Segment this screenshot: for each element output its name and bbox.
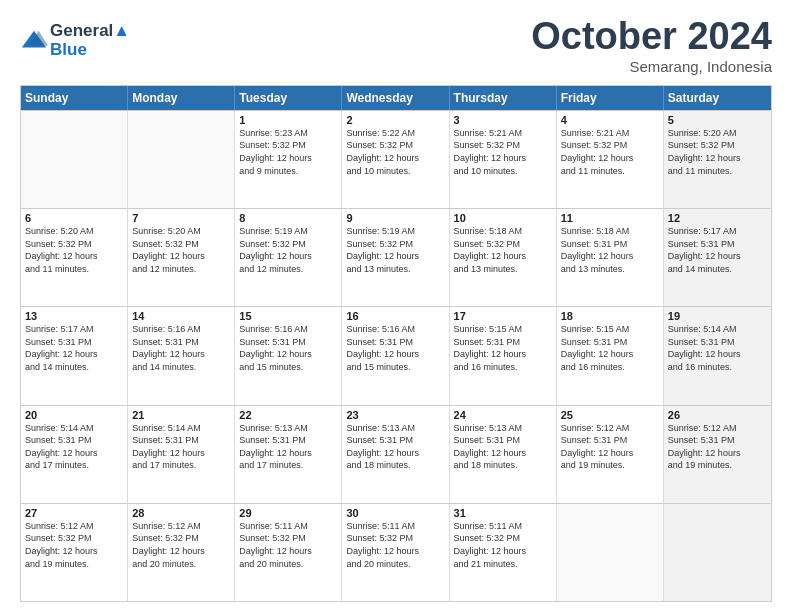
cell-info: Sunrise: 5:12 AM Sunset: 5:31 PM Dayligh… (668, 422, 767, 472)
cell-info: Sunrise: 5:13 AM Sunset: 5:31 PM Dayligh… (239, 422, 337, 472)
calendar-cell: 16Sunrise: 5:16 AM Sunset: 5:31 PM Dayli… (342, 307, 449, 404)
calendar-header-cell: Sunday (21, 86, 128, 110)
cell-info: Sunrise: 5:21 AM Sunset: 5:32 PM Dayligh… (454, 127, 552, 177)
calendar-cell (128, 111, 235, 208)
calendar-cell: 13Sunrise: 5:17 AM Sunset: 5:31 PM Dayli… (21, 307, 128, 404)
day-number: 29 (239, 507, 337, 519)
day-number: 22 (239, 409, 337, 421)
calendar-cell: 11Sunrise: 5:18 AM Sunset: 5:31 PM Dayli… (557, 209, 664, 306)
calendar-header-cell: Thursday (450, 86, 557, 110)
cell-info: Sunrise: 5:20 AM Sunset: 5:32 PM Dayligh… (668, 127, 767, 177)
calendar-cell: 1Sunrise: 5:23 AM Sunset: 5:32 PM Daylig… (235, 111, 342, 208)
calendar-cell: 17Sunrise: 5:15 AM Sunset: 5:31 PM Dayli… (450, 307, 557, 404)
logo-icon (20, 27, 48, 55)
cell-info: Sunrise: 5:14 AM Sunset: 5:31 PM Dayligh… (132, 422, 230, 472)
header: General▲ Blue October 2024 Semarang, Ind… (20, 16, 772, 75)
calendar-cell: 26Sunrise: 5:12 AM Sunset: 5:31 PM Dayli… (664, 406, 771, 503)
day-number: 31 (454, 507, 552, 519)
calendar-cell: 5Sunrise: 5:20 AM Sunset: 5:32 PM Daylig… (664, 111, 771, 208)
calendar-cell: 28Sunrise: 5:12 AM Sunset: 5:32 PM Dayli… (128, 504, 235, 601)
cell-info: Sunrise: 5:11 AM Sunset: 5:32 PM Dayligh… (239, 520, 337, 570)
calendar-cell: 31Sunrise: 5:11 AM Sunset: 5:32 PM Dayli… (450, 504, 557, 601)
day-number: 11 (561, 212, 659, 224)
cell-info: Sunrise: 5:16 AM Sunset: 5:31 PM Dayligh… (239, 323, 337, 373)
calendar-cell: 6Sunrise: 5:20 AM Sunset: 5:32 PM Daylig… (21, 209, 128, 306)
day-number: 21 (132, 409, 230, 421)
logo-text-line1: General▲ (50, 22, 130, 41)
calendar-cell: 3Sunrise: 5:21 AM Sunset: 5:32 PM Daylig… (450, 111, 557, 208)
calendar-week-row: 1Sunrise: 5:23 AM Sunset: 5:32 PM Daylig… (21, 110, 771, 208)
calendar-cell: 19Sunrise: 5:14 AM Sunset: 5:31 PM Dayli… (664, 307, 771, 404)
page: General▲ Blue October 2024 Semarang, Ind… (0, 0, 792, 612)
day-number: 27 (25, 507, 123, 519)
cell-info: Sunrise: 5:17 AM Sunset: 5:31 PM Dayligh… (25, 323, 123, 373)
calendar-cell: 4Sunrise: 5:21 AM Sunset: 5:32 PM Daylig… (557, 111, 664, 208)
day-number: 12 (668, 212, 767, 224)
calendar-cell: 12Sunrise: 5:17 AM Sunset: 5:31 PM Dayli… (664, 209, 771, 306)
calendar-cell: 18Sunrise: 5:15 AM Sunset: 5:31 PM Dayli… (557, 307, 664, 404)
cell-info: Sunrise: 5:11 AM Sunset: 5:32 PM Dayligh… (346, 520, 444, 570)
cell-info: Sunrise: 5:18 AM Sunset: 5:31 PM Dayligh… (561, 225, 659, 275)
cell-info: Sunrise: 5:17 AM Sunset: 5:31 PM Dayligh… (668, 225, 767, 275)
cell-info: Sunrise: 5:22 AM Sunset: 5:32 PM Dayligh… (346, 127, 444, 177)
day-number: 9 (346, 212, 444, 224)
month-title: October 2024 (531, 16, 772, 58)
day-number: 7 (132, 212, 230, 224)
calendar-header-cell: Wednesday (342, 86, 449, 110)
day-number: 14 (132, 310, 230, 322)
cell-info: Sunrise: 5:11 AM Sunset: 5:32 PM Dayligh… (454, 520, 552, 570)
calendar-cell: 14Sunrise: 5:16 AM Sunset: 5:31 PM Dayli… (128, 307, 235, 404)
day-number: 19 (668, 310, 767, 322)
calendar-cell: 7Sunrise: 5:20 AM Sunset: 5:32 PM Daylig… (128, 209, 235, 306)
calendar-cell: 9Sunrise: 5:19 AM Sunset: 5:32 PM Daylig… (342, 209, 449, 306)
calendar-cell: 8Sunrise: 5:19 AM Sunset: 5:32 PM Daylig… (235, 209, 342, 306)
day-number: 30 (346, 507, 444, 519)
calendar-body: 1Sunrise: 5:23 AM Sunset: 5:32 PM Daylig… (21, 110, 771, 601)
day-number: 5 (668, 114, 767, 126)
cell-info: Sunrise: 5:12 AM Sunset: 5:32 PM Dayligh… (25, 520, 123, 570)
cell-info: Sunrise: 5:18 AM Sunset: 5:32 PM Dayligh… (454, 225, 552, 275)
calendar-cell: 15Sunrise: 5:16 AM Sunset: 5:31 PM Dayli… (235, 307, 342, 404)
calendar-cell: 23Sunrise: 5:13 AM Sunset: 5:31 PM Dayli… (342, 406, 449, 503)
location: Semarang, Indonesia (531, 58, 772, 75)
logo-text-line2: Blue (50, 41, 130, 60)
calendar-cell (557, 504, 664, 601)
calendar-week-row: 20Sunrise: 5:14 AM Sunset: 5:31 PM Dayli… (21, 405, 771, 503)
cell-info: Sunrise: 5:12 AM Sunset: 5:32 PM Dayligh… (132, 520, 230, 570)
day-number: 20 (25, 409, 123, 421)
day-number: 17 (454, 310, 552, 322)
calendar-cell: 27Sunrise: 5:12 AM Sunset: 5:32 PM Dayli… (21, 504, 128, 601)
cell-info: Sunrise: 5:21 AM Sunset: 5:32 PM Dayligh… (561, 127, 659, 177)
cell-info: Sunrise: 5:19 AM Sunset: 5:32 PM Dayligh… (239, 225, 337, 275)
cell-info: Sunrise: 5:15 AM Sunset: 5:31 PM Dayligh… (454, 323, 552, 373)
calendar-week-row: 27Sunrise: 5:12 AM Sunset: 5:32 PM Dayli… (21, 503, 771, 601)
cell-info: Sunrise: 5:20 AM Sunset: 5:32 PM Dayligh… (25, 225, 123, 275)
day-number: 18 (561, 310, 659, 322)
day-number: 25 (561, 409, 659, 421)
calendar-header-cell: Friday (557, 86, 664, 110)
calendar: SundayMondayTuesdayWednesdayThursdayFrid… (20, 85, 772, 602)
cell-info: Sunrise: 5:19 AM Sunset: 5:32 PM Dayligh… (346, 225, 444, 275)
calendar-cell: 30Sunrise: 5:11 AM Sunset: 5:32 PM Dayli… (342, 504, 449, 601)
cell-info: Sunrise: 5:23 AM Sunset: 5:32 PM Dayligh… (239, 127, 337, 177)
calendar-header-cell: Monday (128, 86, 235, 110)
cell-info: Sunrise: 5:12 AM Sunset: 5:31 PM Dayligh… (561, 422, 659, 472)
day-number: 23 (346, 409, 444, 421)
cell-info: Sunrise: 5:16 AM Sunset: 5:31 PM Dayligh… (132, 323, 230, 373)
day-number: 13 (25, 310, 123, 322)
calendar-header-cell: Tuesday (235, 86, 342, 110)
day-number: 6 (25, 212, 123, 224)
calendar-cell: 2Sunrise: 5:22 AM Sunset: 5:32 PM Daylig… (342, 111, 449, 208)
day-number: 26 (668, 409, 767, 421)
calendar-week-row: 6Sunrise: 5:20 AM Sunset: 5:32 PM Daylig… (21, 208, 771, 306)
cell-info: Sunrise: 5:14 AM Sunset: 5:31 PM Dayligh… (25, 422, 123, 472)
day-number: 2 (346, 114, 444, 126)
day-number: 15 (239, 310, 337, 322)
cell-info: Sunrise: 5:13 AM Sunset: 5:31 PM Dayligh… (454, 422, 552, 472)
calendar-cell (21, 111, 128, 208)
day-number: 16 (346, 310, 444, 322)
calendar-header-row: SundayMondayTuesdayWednesdayThursdayFrid… (21, 86, 771, 110)
cell-info: Sunrise: 5:20 AM Sunset: 5:32 PM Dayligh… (132, 225, 230, 275)
day-number: 10 (454, 212, 552, 224)
calendar-cell: 24Sunrise: 5:13 AM Sunset: 5:31 PM Dayli… (450, 406, 557, 503)
